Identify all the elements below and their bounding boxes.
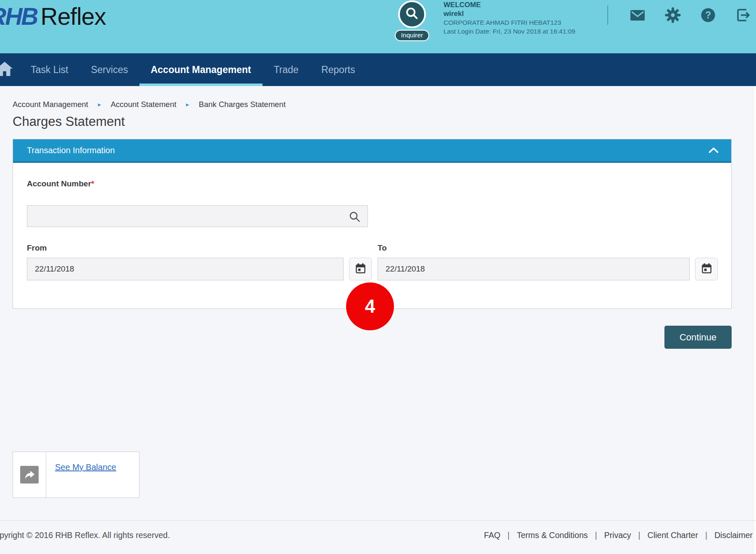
nav-label: Reports xyxy=(321,64,355,76)
help-icon[interactable]: ? xyxy=(700,7,717,24)
balance-icon-cell xyxy=(13,452,46,497)
continue-button[interactable]: Continue xyxy=(664,326,732,349)
home-icon xyxy=(0,61,13,78)
footer-link-terms[interactable]: Terms & Conditions xyxy=(500,530,588,540)
brand-logo[interactable]: RHBReflex xyxy=(0,3,106,30)
footer-link-faq[interactable]: FAQ xyxy=(484,530,500,540)
username-text: wirekl xyxy=(444,9,575,18)
corporate-text: CORPORATE AHMAD FITRI HEBAT123 xyxy=(444,18,575,27)
page-title: Charges Statement xyxy=(13,114,732,129)
to-date-input[interactable] xyxy=(378,258,690,280)
inquirer-magnifier-icon xyxy=(404,5,420,23)
to-label: To xyxy=(378,243,718,253)
home-button[interactable] xyxy=(0,53,19,86)
nav-label: Services xyxy=(91,64,128,76)
from-date-column: From xyxy=(27,243,372,280)
main-nav: Task List Services Account Management Tr… xyxy=(0,53,756,86)
footer-links: FAQ Terms & Conditions Privacy Client Ch… xyxy=(484,530,753,540)
svg-text:?: ? xyxy=(705,10,711,21)
brand-reflex: Reflex xyxy=(41,3,106,30)
footer-link-disclaimer[interactable]: Disclaimer xyxy=(698,530,753,540)
avatar xyxy=(398,0,426,28)
breadcrumb: Account Management ▸ Account Statement ▸… xyxy=(13,86,732,109)
last-login-text: Last Login Date: Fri, 23 Nov 2018 at 16:… xyxy=(444,27,575,36)
account-number-label: Account Number* xyxy=(27,179,718,189)
nav-label: Account Management xyxy=(151,64,251,76)
balance-link-cell: See My Balance xyxy=(46,452,116,497)
scrollbar[interactable] xyxy=(753,86,756,554)
panel-header[interactable]: Transaction Information xyxy=(13,139,731,163)
calendar-icon xyxy=(701,263,712,276)
nav-item-trade[interactable]: Trade xyxy=(262,53,310,86)
share-arrow-icon xyxy=(20,466,39,483)
settings-gear-icon[interactable] xyxy=(664,7,681,24)
to-date-column: To xyxy=(378,243,718,280)
footer: Copyright © 2016 RHB Reflex. All rights … xyxy=(0,520,756,540)
required-asterisk: * xyxy=(91,179,94,188)
header-actions: ? xyxy=(607,5,752,25)
breadcrumb-arrow-icon: ▸ xyxy=(98,101,101,108)
transaction-information-panel: Transaction Information Account Number* xyxy=(13,139,732,309)
from-calendar-button[interactable] xyxy=(349,258,372,280)
footer-link-privacy[interactable]: Privacy xyxy=(588,530,631,540)
account-lookup-search-icon[interactable] xyxy=(348,210,361,225)
breadcrumb-arrow-icon: ▸ xyxy=(186,101,189,108)
panel-title: Transaction Information xyxy=(27,146,709,155)
from-label: From xyxy=(27,243,372,253)
role-badge: Inquirer xyxy=(395,30,430,41)
account-number-input[interactable] xyxy=(27,206,368,227)
welcome-block: WELCOME wirekl CORPORATE AHMAD FITRI HEB… xyxy=(444,0,575,36)
nav-item-reports[interactable]: Reports xyxy=(310,53,367,86)
breadcrumb-bank-charges-statement: Bank Charges Statement xyxy=(199,100,286,109)
calendar-icon xyxy=(355,263,366,276)
nav-label: Task List xyxy=(31,64,68,76)
collapse-chevron-icon[interactable] xyxy=(709,147,719,153)
see-my-balance-link[interactable]: See My Balance xyxy=(55,463,116,472)
date-range-row: From xyxy=(27,243,718,280)
mail-icon[interactable] xyxy=(629,7,646,24)
nav-item-task-list[interactable]: Task List xyxy=(19,53,79,86)
logout-icon[interactable] xyxy=(735,7,752,24)
account-number-field xyxy=(27,205,368,227)
content-area: Account Management ▸ Account Statement ▸… xyxy=(0,86,756,498)
from-date-input[interactable] xyxy=(27,258,344,280)
see-my-balance-widget: See My Balance xyxy=(13,452,139,498)
footer-link-client-charter[interactable]: Client Charter xyxy=(631,530,698,540)
copyright-text: Copyright © 2016 RHB Reflex. All rights … xyxy=(0,530,170,540)
account-number-label-text: Account Number xyxy=(27,179,91,188)
brand-rhb: RHB xyxy=(0,3,37,30)
breadcrumb-account-statement[interactable]: Account Statement xyxy=(111,100,176,109)
welcome-label: WELCOME xyxy=(444,0,575,9)
user-avatar-block: Inquirer xyxy=(394,0,430,41)
header-divider xyxy=(607,5,608,25)
top-header: RHBReflex Inquirer WELCOME wirekl CORPOR… xyxy=(0,0,756,53)
nav-item-services[interactable]: Services xyxy=(79,53,139,86)
nav-item-account-management[interactable]: Account Management xyxy=(139,53,262,86)
nav-label: Trade xyxy=(274,64,299,76)
breadcrumb-account-management[interactable]: Account Management xyxy=(13,100,88,109)
to-calendar-button[interactable] xyxy=(695,258,718,280)
step-annotation-badge: 4 xyxy=(346,282,394,330)
